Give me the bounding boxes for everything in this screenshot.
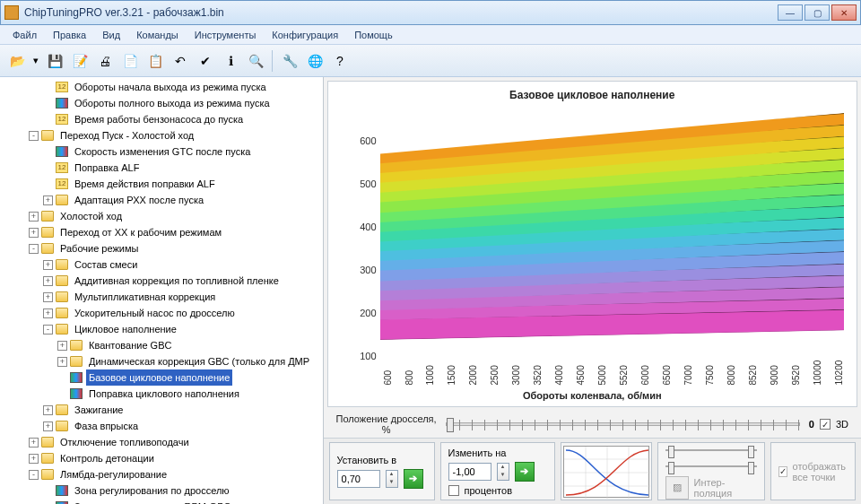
tree-node[interactable]: Цикловое наполнение (72, 321, 179, 337)
tree-node[interactable]: Лямбда-регулирование (57, 466, 170, 482)
tree-node[interactable]: Аддитивная коррекция по топливной пленке (72, 273, 282, 289)
folder-icon (41, 130, 54, 141)
tree-twisty[interactable]: + (43, 405, 53, 415)
maximize-button[interactable]: ▢ (804, 4, 830, 21)
tree-node[interactable]: Поправка ALF (72, 160, 142, 176)
xtick: 9000 (769, 375, 778, 386)
tree-node[interactable]: Скорость изменения GTC после пуска (72, 143, 253, 160)
copy-icon[interactable]: 📄 (118, 49, 142, 73)
info-icon[interactable]: ℹ (219, 49, 242, 73)
throttle-label: Положение дросселя, (336, 413, 437, 424)
change-value-input[interactable] (448, 463, 491, 481)
set-spinner[interactable]: ▲▼ (386, 470, 398, 488)
tree-twisty[interactable]: - (29, 131, 39, 141)
label-show-all-points: отображать все точки (793, 461, 848, 482)
tree-node[interactable]: Рабочие режимы (57, 240, 141, 256)
tree-node[interactable]: Зажигание (72, 402, 126, 418)
curve-preview[interactable] (563, 446, 649, 498)
interpolate-button[interactable]: ▨ (665, 476, 689, 500)
set-apply-button[interactable]: ➔ (404, 469, 423, 489)
menu-1[interactable]: Правка (46, 27, 93, 43)
menu-4[interactable]: Инструменты (187, 27, 264, 43)
range-slider-2[interactable] (665, 465, 757, 467)
tree-node[interactable]: Контроль детонации (57, 450, 157, 466)
tree-node[interactable]: Базовое цикловое наполнение (86, 369, 232, 386)
folder-icon (56, 324, 68, 335)
range-slider-1[interactable] (665, 449, 757, 451)
paste-icon[interactable]: 📋 (144, 49, 167, 73)
xtick: 8000 (726, 375, 736, 386)
tree-twisty[interactable]: + (43, 308, 53, 318)
tree-twisty[interactable]: - (29, 470, 39, 480)
tree-twisty[interactable]: + (29, 212, 39, 222)
change-spinner[interactable]: ▲▼ (497, 463, 509, 481)
tree-node[interactable]: Динамическая коррекция GBC (только для Д… (86, 353, 312, 369)
checkbox-show-all-points[interactable] (778, 466, 787, 477)
folder-icon (56, 404, 68, 415)
tree-twisty[interactable]: - (29, 244, 39, 254)
tree-twisty[interactable]: + (43, 292, 53, 302)
tree-twisty[interactable]: + (57, 357, 67, 367)
menu-2[interactable]: Вид (95, 27, 127, 43)
tree-pane[interactable]: 12Обороты начала выхода из режима пускаО… (0, 77, 324, 504)
ytick: 200 (350, 308, 377, 318)
close-button[interactable]: ✕ (831, 4, 857, 21)
menu-3[interactable]: Команды (129, 27, 186, 43)
folder-icon (70, 356, 83, 367)
tree-node[interactable]: Отключение топливоподачи (57, 434, 192, 450)
chart-area[interactable]: Базовое цикловое наполнение Цикловое нап… (327, 81, 857, 407)
tree-twisty[interactable]: + (43, 260, 53, 270)
tree-node[interactable]: Фаза впрыска (72, 418, 141, 434)
menu-0[interactable]: Файл (5, 27, 44, 43)
tree-node[interactable]: Время работы бензонасоса до пуска (72, 111, 246, 127)
folder-icon (70, 340, 83, 351)
tree-twisty[interactable]: + (29, 438, 39, 448)
wrench-icon[interactable]: 🔧 (278, 49, 301, 73)
tree-node[interactable]: Адаптация РХХ после пуска (72, 192, 206, 208)
help-icon[interactable]: ? (328, 49, 352, 73)
folder-icon (41, 453, 54, 464)
tree-node[interactable]: Поправка циклового наполнения (86, 386, 242, 402)
tree-node[interactable]: Состав смеси (72, 256, 140, 273)
bar-icon (70, 388, 83, 399)
set-value-input[interactable] (337, 470, 380, 488)
tree-twisty[interactable]: + (29, 454, 39, 464)
tree-twisty[interactable]: + (43, 421, 53, 431)
tree-node[interactable]: Квантование GBC (86, 337, 174, 353)
tree-node[interactable]: Зона регулирования по RPM-GBC (72, 499, 233, 504)
checkbox-percent[interactable] (448, 485, 459, 496)
print-icon[interactable]: 🖨 (93, 49, 117, 73)
tree-node[interactable]: Переход Пуск - Холостой ход (57, 127, 196, 143)
zoom-icon[interactable]: 🔍 (244, 49, 267, 73)
tree-node[interactable]: Мультипликативная коррекция (72, 289, 218, 305)
undo-icon[interactable]: ↶ (169, 49, 192, 73)
open-icon[interactable]: 📂 (5, 49, 29, 73)
tree-twisty[interactable]: + (43, 196, 53, 205)
tree-twisty[interactable]: + (57, 341, 67, 351)
tree-node[interactable]: Переход от ХХ к рабочим режимам (57, 224, 224, 240)
tree-node[interactable]: Ускорительный насос по дросселю (72, 305, 238, 321)
change-apply-button[interactable]: ➔ (515, 462, 535, 482)
titlebar: ChipTuningPRO ver.3.21 - рабочзаж1.bin —… (0, 0, 861, 25)
open-dropdown-icon[interactable]: ▾ (30, 49, 41, 73)
tree-node[interactable]: Обороты полного выхода из режима пуска (72, 95, 273, 111)
edit-doc-icon[interactable]: 📝 (68, 49, 91, 73)
globe-icon[interactable]: 🌐 (303, 49, 326, 73)
save-icon[interactable]: 💾 (43, 49, 66, 73)
tree-twisty[interactable]: + (29, 228, 39, 238)
apply-icon[interactable]: ✔ (194, 49, 217, 73)
throttle-slider[interactable] (446, 422, 800, 426)
menu-5[interactable]: Конфигурация (265, 27, 345, 43)
tree-twisty[interactable]: - (43, 325, 53, 335)
label-percent: процентов (465, 485, 512, 496)
tree-node[interactable]: Зона регулирования по дросселю (72, 482, 232, 499)
xtick: 6000 (640, 375, 650, 386)
tree-node[interactable]: Обороты начала выхода из режима пуска (72, 79, 269, 95)
minimize-button[interactable]: — (778, 4, 803, 21)
checkbox-3d[interactable] (820, 419, 831, 430)
tree-node[interactable]: Холостой ход (57, 208, 125, 224)
chart-xlabel: Обороты коленвала, об/мин (328, 390, 857, 401)
tree-node[interactable]: Время действия поправки ALF (72, 176, 218, 192)
menu-6[interactable]: Помощь (347, 27, 400, 43)
tree-twisty[interactable]: + (43, 276, 53, 286)
